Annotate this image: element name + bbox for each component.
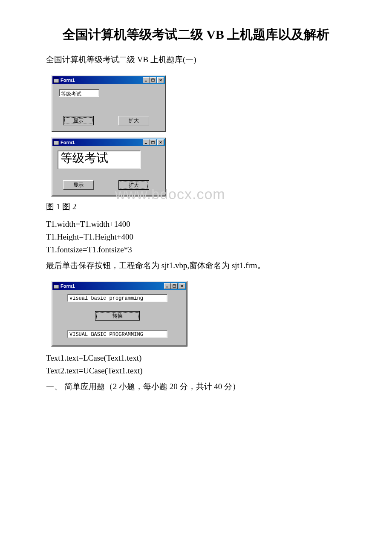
display-button[interactable]: 显示	[63, 180, 94, 190]
titlebar[interactable]: Form1	[52, 139, 165, 146]
textbox-output[interactable]: VISUAL BASIC PROGRAMMING	[67, 330, 167, 338]
textbox-value: visual basic programming	[69, 295, 143, 301]
subtitle: 全国计算机等级考试二级 VB 上机题库(一)	[30, 52, 362, 67]
svg-rect-14	[173, 285, 176, 286]
code-line: Text2.text=UCase(Text1.text)	[30, 366, 362, 376]
svg-rect-11	[54, 283, 59, 285]
minimize-button[interactable]	[164, 283, 171, 289]
textbox-t1[interactable]: 等级考试	[59, 89, 99, 97]
close-button[interactable]	[157, 139, 164, 145]
window-title: Form1	[61, 78, 75, 83]
window-form1-convert: Form1 visual basic programming 转换 VISUAL…	[51, 281, 187, 347]
svg-rect-1	[54, 78, 59, 79]
enlarge-button[interactable]: 扩大	[118, 116, 149, 125]
window-title: Form1	[61, 140, 75, 145]
textbox-value: 等级考试	[61, 91, 81, 97]
window-title: Form1	[61, 283, 75, 289]
form-icon	[53, 77, 59, 83]
instruction-text: 最后单击保存按钮，工程命名为 sjt1.vbp,窗体命名为 sjt1.frm。	[30, 258, 362, 273]
maximize-button[interactable]	[150, 139, 156, 145]
window-form1-large: Form1 等级考试 显示 扩大	[51, 137, 166, 197]
convert-button[interactable]: 转换	[95, 311, 140, 321]
close-button[interactable]	[179, 283, 185, 289]
svg-rect-4	[152, 79, 154, 80]
button-label: 转换	[112, 312, 123, 320]
svg-rect-12	[166, 287, 168, 288]
code-line: T1.fontsize=T1.fontsize*3	[30, 245, 362, 254]
enlarge-button[interactable]: 扩大	[118, 180, 149, 190]
textbox-input[interactable]: visual basic programming	[67, 294, 167, 302]
titlebar[interactable]: Form1	[52, 282, 186, 290]
minimize-button[interactable]	[143, 139, 150, 145]
code-line: T1.Height=T1.Height+400	[30, 232, 362, 242]
svg-rect-2	[145, 81, 147, 82]
figure-caption: 图 1 图 2	[30, 199, 362, 214]
display-button[interactable]: 显示	[63, 116, 94, 125]
window-form1-small: Form1 等级考试 显示 扩大	[51, 75, 166, 132]
svg-rect-7	[145, 143, 147, 144]
button-label: 扩大	[129, 182, 139, 189]
minimize-button[interactable]	[143, 77, 150, 83]
button-label: 显示	[73, 117, 84, 124]
button-label: 显示	[73, 182, 84, 189]
code-line: Text1.text=LCase(Text1.text)	[30, 353, 362, 363]
svg-rect-6	[54, 140, 59, 141]
svg-rect-9	[152, 141, 154, 142]
textbox-t1-large[interactable]: 等级考试	[58, 150, 141, 169]
maximize-button[interactable]	[150, 77, 156, 83]
form-icon	[53, 139, 59, 145]
section-heading: 一、 简单应用题（2 小题，每小题 20 分，共计 40 分）	[30, 379, 362, 394]
close-button[interactable]	[157, 77, 164, 83]
button-label: 扩大	[129, 117, 139, 124]
form-icon	[53, 283, 59, 289]
maximize-button[interactable]	[171, 283, 178, 289]
textbox-value: VISUAL BASIC PROGRAMMING	[69, 332, 143, 338]
page-title: 全国计算机等级考试二级 VB 上机题库以及解析	[30, 26, 362, 43]
titlebar[interactable]: Form1	[52, 76, 165, 84]
code-line: T1.width=T1.width+1400	[30, 220, 362, 229]
textbox-value: 等级考试	[61, 151, 108, 165]
